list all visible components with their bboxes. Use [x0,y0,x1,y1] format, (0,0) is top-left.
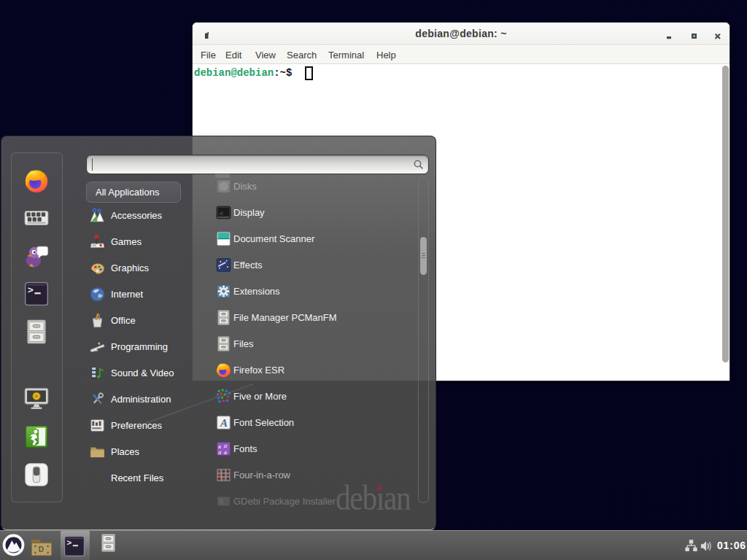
svg-text:D: D [39,545,44,553]
svg-text:A: A [220,417,228,429]
svg-text:>: > [66,538,71,548]
svg-text:a: a [218,449,221,456]
svg-text:>: > [28,285,34,296]
svg-text:a: a [224,448,227,456]
